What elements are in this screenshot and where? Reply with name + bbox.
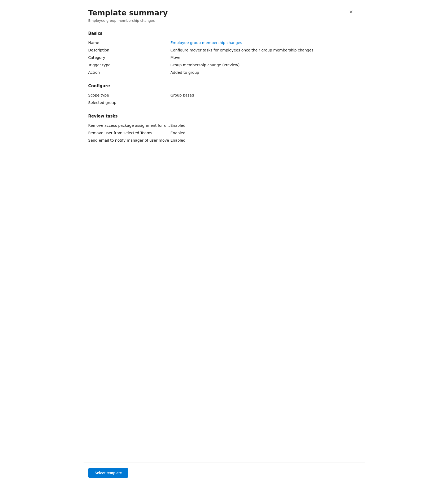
content-area: Basics Name Employee group membership ch… (88, 31, 354, 483)
field-label-remove-user-teams: Remove user from selected Teams (88, 131, 171, 135)
review-tasks-heading: Review tasks (88, 114, 354, 119)
field-value-trigger-type: Group membership change (Preview) (171, 63, 240, 67)
field-value-remove-user-teams: Enabled (171, 131, 186, 135)
field-row-name: Name Employee group membership changes (88, 39, 354, 46)
template-summary-panel: Template summary Employee group membersh… (84, 0, 365, 483)
field-label-selected-group: Selected group (88, 101, 171, 105)
panel-header: Template summary Employee group membersh… (88, 8, 354, 23)
select-template-button[interactable]: Select template (88, 468, 128, 478)
basics-section: Basics Name Employee group membership ch… (88, 31, 354, 76)
field-value-name: Employee group membership changes (171, 41, 242, 45)
field-row-category: Category Mover (88, 54, 354, 61)
header-text: Template summary Employee group membersh… (88, 8, 168, 23)
field-value-category: Mover (171, 55, 182, 60)
field-label-trigger-type: Trigger type (88, 63, 171, 67)
close-icon: ✕ (349, 10, 353, 14)
panel-subtitle: Employee group membership changes (88, 19, 168, 23)
close-button[interactable]: ✕ (348, 8, 354, 15)
field-label-name: Name (88, 41, 171, 45)
field-label-remove-access-package: Remove access package assignment for u..… (88, 123, 171, 128)
select-template-label: Select template (95, 471, 122, 475)
field-value-description: Configure mover tasks for employees once… (171, 48, 314, 52)
field-row-description: Description Configure mover tasks for em… (88, 46, 354, 54)
field-row-remove-access-package: Remove access package assignment for u..… (88, 122, 354, 129)
field-row-scope-type: Scope type Group based (88, 92, 354, 99)
field-label-category: Category (88, 55, 171, 60)
panel-footer: Select template (84, 463, 365, 483)
field-value-scope-type: Group based (171, 93, 194, 97)
field-value-send-email: Enabled (171, 138, 186, 142)
field-label-scope-type: Scope type (88, 93, 171, 97)
field-row-trigger-type: Trigger type Group membership change (Pr… (88, 61, 354, 69)
field-label-action: Action (88, 70, 171, 75)
field-row-action: Action Added to group (88, 69, 354, 76)
field-row-send-email: Send email to notify manager of user mov… (88, 137, 354, 144)
field-label-send-email: Send email to notify manager of user mov… (88, 138, 171, 142)
field-value-remove-access-package: Enabled (171, 123, 186, 128)
field-label-description: Description (88, 48, 171, 52)
panel-title: Template summary (88, 8, 168, 18)
field-row-selected-group: Selected group (88, 99, 354, 106)
basics-heading: Basics (88, 31, 354, 36)
configure-heading: Configure (88, 84, 354, 88)
field-value-action: Added to group (171, 70, 199, 75)
configure-section: Configure Scope type Group based Selecte… (88, 84, 354, 106)
field-row-remove-user-teams: Remove user from selected Teams Enabled (88, 129, 354, 137)
review-tasks-section: Review tasks Remove access package assig… (88, 114, 354, 144)
